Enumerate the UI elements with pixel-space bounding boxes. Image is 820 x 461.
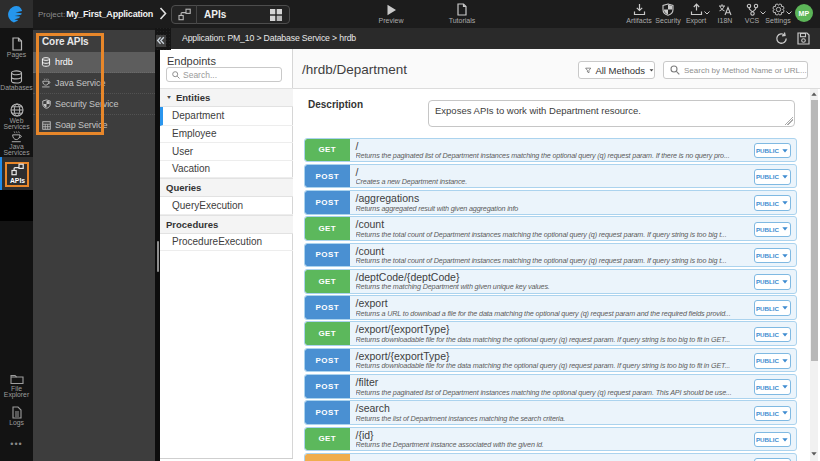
scrollbar-thumb[interactable] <box>811 100 818 361</box>
sidebar-item-web-services[interactable]: WebServices <box>0 103 33 130</box>
endpoint-item-user[interactable]: User <box>160 143 293 161</box>
endpoint-item-queryexecution[interactable]: QueryExecution <box>160 197 293 215</box>
endpoint-description: Returns the Department instance associat… <box>356 441 745 449</box>
left-icon-sidebar: Pages Databases WebServices <box>0 28 33 461</box>
method-badge: GET <box>305 322 351 345</box>
visibility-button[interactable]: PUBLIC <box>754 353 791 369</box>
method-badge: GET <box>305 139 351 162</box>
book-icon <box>456 0 468 16</box>
visibility-button[interactable]: PUBLIC <box>754 300 791 316</box>
methods-filter-dropdown[interactable]: All Methods <box>578 61 655 79</box>
method-badge: GET <box>305 428 351 451</box>
resize-handle[interactable] <box>785 117 793 125</box>
user-avatar[interactable]: MP <box>795 4 813 22</box>
caret-down-icon <box>782 280 788 284</box>
api-row-post-export[interactable]: POST/exportReturns a URL to download a f… <box>304 295 798 320</box>
caret-down-icon <box>782 254 788 258</box>
endpoint-path: /export/{exportType} <box>356 351 745 363</box>
gear-icon <box>772 0 785 16</box>
sidebar-item-logs[interactable]: Logs <box>0 406 33 426</box>
scroll-up-icon[interactable] <box>810 89 818 99</box>
project-breadcrumb[interactable]: Project: My_First_Application <box>38 0 153 28</box>
endpoint-description: Returns the paginated list of Department… <box>356 389 745 397</box>
sidebar-item-apis[interactable]: APIs <box>0 157 33 190</box>
more-options-icon[interactable]: ••• <box>0 439 33 449</box>
soap-icon <box>40 121 52 130</box>
endpoint-description: Returns downloadable file for the data m… <box>356 362 745 370</box>
endpoint-path: /export <box>356 298 745 310</box>
logs-icon <box>11 406 23 419</box>
api-row-get-deptCode--deptCode-[interactable]: GET/deptCode/{deptCode}Returns the match… <box>304 269 798 294</box>
visibility-button[interactable]: PUBLIC <box>754 248 791 264</box>
resource-title-bar: /hrdb/Department All Methods Search by M… <box>293 49 820 89</box>
sidebar-item-file-explorer[interactable]: FileExplorer <box>0 373 33 398</box>
main-scrollbar[interactable] <box>810 89 818 461</box>
endpoints-list: ▼EntitiesDepartmentEmployeeUserVacationQ… <box>160 88 293 252</box>
caret-down-icon <box>782 359 788 363</box>
refresh-icon[interactable] <box>775 32 788 45</box>
endpoints-section-entities[interactable]: ▼Entities <box>160 88 293 107</box>
tutorials-button[interactable]: Tutorials <box>434 0 490 28</box>
panel-scrollbar-thumb[interactable] <box>157 241 160 272</box>
method-badge: POST <box>305 165 351 188</box>
database-icon <box>10 70 23 84</box>
api-row-get-[interactable]: GET/Returns the paginated list of Depart… <box>304 138 798 163</box>
endpoint-path: /count <box>356 246 745 258</box>
api-row-get--id-[interactable]: GET/{id}Returns the Department instance … <box>304 427 798 452</box>
endpoint-description: Returns the paginated list of Department… <box>356 152 745 160</box>
service-item-hrdb[interactable]: hrdb <box>33 52 155 73</box>
api-row-put[interactable]: PUTPUBLIC <box>304 453 798 461</box>
save-icon[interactable] <box>797 32 810 45</box>
search-icon <box>670 65 680 75</box>
caret-down-icon <box>649 68 654 73</box>
preview-button[interactable]: Preview <box>363 0 419 28</box>
scroll-down-icon[interactable] <box>810 449 818 459</box>
api-row-post-search[interactable]: POST/searchReturns the list of Departmen… <box>304 400 798 425</box>
endpoints-section-queries[interactable]: Queries <box>160 178 293 197</box>
visibility-button[interactable]: PUBLIC <box>754 195 791 211</box>
api-row-post-aggregations[interactable]: POST/aggregationsReturns aggregated resu… <box>304 190 798 215</box>
endpoints-panel: Endpoints Search... ▼EntitiesDepartmentE… <box>160 49 293 461</box>
visibility-button[interactable]: PUBLIC <box>754 406 791 422</box>
methods-search-input[interactable]: Search by Method Name or URL... <box>663 61 808 79</box>
workspace-selector[interactable]: APIs <box>171 5 290 24</box>
endpoint-description: Creates a new Department instance. <box>356 178 745 186</box>
sidebar-item-databases[interactable]: Databases <box>0 70 33 91</box>
visibility-button[interactable]: PUBLIC <box>754 143 791 159</box>
service-item-security-service[interactable]: Security Service <box>33 94 155 115</box>
visibility-button[interactable]: PUBLIC <box>754 169 791 185</box>
sidebar-item-pages[interactable]: Pages <box>0 37 33 58</box>
endpoint-item-employee[interactable]: Employee <box>160 126 293 144</box>
visibility-button[interactable]: PUBLIC <box>754 222 791 238</box>
method-badge: POST <box>305 375 351 398</box>
endpoint-item-department[interactable]: Department <box>160 107 293 126</box>
endpoint-path: /search <box>356 403 745 415</box>
endpoint-path: /{id} <box>356 430 745 442</box>
service-item-java-service[interactable]: Java Service <box>33 73 155 94</box>
core-apis-panel: Core APIs hrdbJava ServiceSecurity Servi… <box>33 28 155 461</box>
service-item-soap-service[interactable]: Soap Service <box>33 115 155 136</box>
api-row-get-export--exportType-[interactable]: GET/export/{exportType}Returns downloada… <box>304 321 798 346</box>
endpoint-item-procedureexecution[interactable]: ProcedureExecution <box>160 234 293 252</box>
api-row-get-count[interactable]: GET/countReturns the total count of Depa… <box>304 216 798 241</box>
api-row-post-count[interactable]: POST/countReturns the total count of Dep… <box>304 243 798 268</box>
collapse-panel-button[interactable] <box>156 35 166 47</box>
sidebar-item-java-services[interactable]: JavaServices <box>0 131 33 156</box>
grid-icon[interactable] <box>269 8 283 22</box>
visibility-button[interactable]: PUBLIC <box>754 432 791 448</box>
api-row-post-filter[interactable]: POST/filterReturns the paginated list of… <box>304 374 798 399</box>
wavemaker-logo[interactable] <box>0 0 33 28</box>
description-textarea[interactable]: Exposes APIs to work with Department res… <box>428 100 795 127</box>
endpoints-search-input[interactable]: Search... <box>166 67 282 82</box>
endpoints-section-procedures[interactable]: Procedures <box>160 215 293 234</box>
visibility-button[interactable]: PUBLIC <box>754 274 791 290</box>
api-row-post-[interactable]: POST/Creates a new Department instance.P… <box>304 164 798 189</box>
api-row-post-export--exportType-[interactable]: POST/export/{exportType}Returns download… <box>304 348 798 373</box>
visibility-button[interactable]: PUBLIC <box>754 379 791 395</box>
endpoint-item-vacation[interactable]: Vacation <box>160 161 293 179</box>
selector-label: APIs <box>204 9 269 20</box>
visibility-button[interactable]: PUBLIC <box>754 327 791 343</box>
main-content: /hrdb/Department All Methods Search by M… <box>293 49 820 461</box>
caret-down-icon <box>782 175 788 179</box>
endpoint-description: Returns a URL to download a file for the… <box>356 310 745 318</box>
